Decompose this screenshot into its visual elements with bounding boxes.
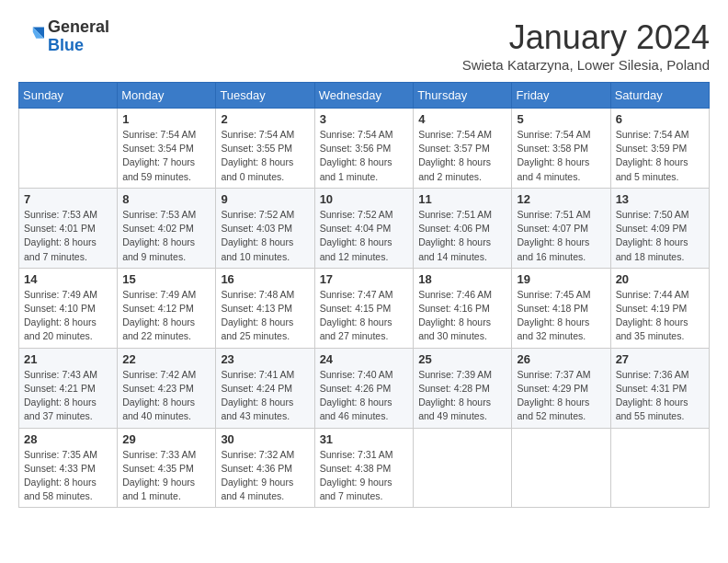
calendar-cell: 24Sunrise: 7:40 AM Sunset: 4:26 PM Dayli… — [314, 348, 414, 428]
day-number: 26 — [517, 352, 605, 366]
day-number: 7 — [24, 192, 112, 206]
location: Swieta Katarzyna, Lower Silesia, Poland — [462, 57, 710, 73]
calendar-cell: 20Sunrise: 7:44 AM Sunset: 4:19 PM Dayli… — [610, 268, 709, 348]
week-row-4: 21Sunrise: 7:43 AM Sunset: 4:21 PM Dayli… — [19, 348, 710, 428]
day-info: Sunrise: 7:39 AM Sunset: 4:28 PM Dayligh… — [418, 368, 506, 424]
calendar-cell: 2Sunrise: 7:54 AM Sunset: 3:55 PM Daylig… — [216, 109, 314, 189]
page-header: General Blue January 2024 Swieta Katarzy… — [18, 18, 710, 73]
day-info: Sunrise: 7:48 AM Sunset: 4:13 PM Dayligh… — [221, 288, 309, 344]
day-info: Sunrise: 7:47 AM Sunset: 4:15 PM Dayligh… — [320, 288, 409, 344]
weekday-header-wednesday: Wednesday — [314, 83, 414, 109]
calendar-cell: 6Sunrise: 7:54 AM Sunset: 3:59 PM Daylig… — [610, 109, 709, 189]
day-number: 28 — [24, 432, 112, 446]
day-number: 9 — [221, 192, 309, 206]
day-number: 10 — [320, 192, 409, 206]
weekday-header-tuesday: Tuesday — [216, 83, 314, 109]
calendar-cell: 10Sunrise: 7:52 AM Sunset: 4:04 PM Dayli… — [314, 188, 414, 268]
day-info: Sunrise: 7:54 AM Sunset: 3:56 PM Dayligh… — [320, 128, 409, 184]
day-number: 4 — [418, 112, 506, 126]
calendar-cell — [610, 428, 709, 508]
day-number: 2 — [221, 112, 309, 126]
calendar-cell: 21Sunrise: 7:43 AM Sunset: 4:21 PM Dayli… — [19, 348, 118, 428]
day-number: 13 — [616, 192, 704, 206]
day-number: 24 — [320, 352, 409, 366]
logo-icon — [18, 24, 44, 50]
day-number: 5 — [517, 112, 605, 126]
day-number: 1 — [122, 112, 210, 126]
day-info: Sunrise: 7:51 AM Sunset: 4:06 PM Dayligh… — [418, 208, 506, 264]
calendar-cell: 13Sunrise: 7:50 AM Sunset: 4:09 PM Dayli… — [610, 188, 709, 268]
day-number: 3 — [320, 112, 409, 126]
day-info: Sunrise: 7:54 AM Sunset: 3:55 PM Dayligh… — [221, 128, 309, 184]
day-info: Sunrise: 7:53 AM Sunset: 4:02 PM Dayligh… — [122, 208, 210, 264]
calendar-cell: 30Sunrise: 7:32 AM Sunset: 4:36 PM Dayli… — [216, 428, 314, 508]
calendar-cell: 1Sunrise: 7:54 AM Sunset: 3:54 PM Daylig… — [118, 109, 216, 189]
day-info: Sunrise: 7:52 AM Sunset: 4:03 PM Dayligh… — [221, 208, 309, 264]
calendar-cell: 17Sunrise: 7:47 AM Sunset: 4:15 PM Dayli… — [314, 268, 414, 348]
day-number: 12 — [517, 192, 605, 206]
day-number: 6 — [616, 112, 704, 126]
day-info: Sunrise: 7:40 AM Sunset: 4:26 PM Dayligh… — [320, 368, 409, 424]
day-number: 31 — [320, 432, 409, 446]
calendar-cell: 16Sunrise: 7:48 AM Sunset: 4:13 PM Dayli… — [216, 268, 314, 348]
weekday-header-row: SundayMondayTuesdayWednesdayThursdayFrid… — [19, 83, 710, 109]
day-info: Sunrise: 7:45 AM Sunset: 4:18 PM Dayligh… — [517, 288, 605, 344]
day-info: Sunrise: 7:41 AM Sunset: 4:24 PM Dayligh… — [221, 368, 309, 424]
day-number: 15 — [122, 272, 210, 286]
calendar-cell: 4Sunrise: 7:54 AM Sunset: 3:57 PM Daylig… — [414, 109, 512, 189]
day-info: Sunrise: 7:31 AM Sunset: 4:38 PM Dayligh… — [320, 448, 409, 504]
day-info: Sunrise: 7:49 AM Sunset: 4:12 PM Dayligh… — [122, 288, 210, 344]
weekday-header-monday: Monday — [118, 83, 216, 109]
day-number: 19 — [517, 272, 605, 286]
day-info: Sunrise: 7:53 AM Sunset: 4:01 PM Dayligh… — [24, 208, 112, 264]
day-info: Sunrise: 7:33 AM Sunset: 4:35 PM Dayligh… — [122, 448, 210, 504]
calendar-cell: 18Sunrise: 7:46 AM Sunset: 4:16 PM Dayli… — [414, 268, 512, 348]
weekday-header-sunday: Sunday — [19, 83, 118, 109]
day-number: 23 — [221, 352, 309, 366]
day-info: Sunrise: 7:36 AM Sunset: 4:31 PM Dayligh… — [616, 368, 704, 424]
day-number: 16 — [221, 272, 309, 286]
weekday-header-saturday: Saturday — [610, 83, 709, 109]
day-info: Sunrise: 7:44 AM Sunset: 4:19 PM Dayligh… — [616, 288, 704, 344]
calendar-cell: 5Sunrise: 7:54 AM Sunset: 3:58 PM Daylig… — [512, 109, 610, 189]
day-number: 29 — [122, 432, 210, 446]
calendar-cell: 22Sunrise: 7:42 AM Sunset: 4:23 PM Dayli… — [118, 348, 216, 428]
calendar-cell: 25Sunrise: 7:39 AM Sunset: 4:28 PM Dayli… — [414, 348, 512, 428]
weekday-header-friday: Friday — [512, 83, 610, 109]
week-row-3: 14Sunrise: 7:49 AM Sunset: 4:10 PM Dayli… — [19, 268, 710, 348]
day-number: 22 — [122, 352, 210, 366]
calendar-cell: 3Sunrise: 7:54 AM Sunset: 3:56 PM Daylig… — [314, 109, 414, 189]
day-info: Sunrise: 7:54 AM Sunset: 3:59 PM Dayligh… — [616, 128, 704, 184]
day-number: 21 — [24, 352, 112, 366]
logo-general: General — [48, 18, 109, 37]
logo: General Blue — [18, 18, 109, 55]
calendar-cell — [512, 428, 610, 508]
day-number: 30 — [221, 432, 309, 446]
day-number: 18 — [418, 272, 506, 286]
week-row-1: 1Sunrise: 7:54 AM Sunset: 3:54 PM Daylig… — [19, 109, 710, 189]
calendar-cell: 11Sunrise: 7:51 AM Sunset: 4:06 PM Dayli… — [414, 188, 512, 268]
day-info: Sunrise: 7:32 AM Sunset: 4:36 PM Dayligh… — [221, 448, 309, 504]
day-info: Sunrise: 7:50 AM Sunset: 4:09 PM Dayligh… — [616, 208, 704, 264]
day-info: Sunrise: 7:37 AM Sunset: 4:29 PM Dayligh… — [517, 368, 605, 424]
calendar-cell: 14Sunrise: 7:49 AM Sunset: 4:10 PM Dayli… — [19, 268, 118, 348]
calendar-cell: 29Sunrise: 7:33 AM Sunset: 4:35 PM Dayli… — [118, 428, 216, 508]
day-info: Sunrise: 7:43 AM Sunset: 4:21 PM Dayligh… — [24, 368, 112, 424]
weekday-header-thursday: Thursday — [414, 83, 512, 109]
day-number: 20 — [616, 272, 704, 286]
calendar: SundayMondayTuesdayWednesdayThursdayFrid… — [18, 82, 710, 508]
week-row-2: 7Sunrise: 7:53 AM Sunset: 4:01 PM Daylig… — [19, 188, 710, 268]
day-number: 11 — [418, 192, 506, 206]
day-number: 17 — [320, 272, 409, 286]
day-info: Sunrise: 7:51 AM Sunset: 4:07 PM Dayligh… — [517, 208, 605, 264]
calendar-cell: 9Sunrise: 7:52 AM Sunset: 4:03 PM Daylig… — [216, 188, 314, 268]
week-row-5: 28Sunrise: 7:35 AM Sunset: 4:33 PM Dayli… — [19, 428, 710, 508]
month-title: January 2024 — [462, 18, 710, 57]
day-number: 8 — [122, 192, 210, 206]
calendar-cell — [19, 109, 118, 189]
day-info: Sunrise: 7:46 AM Sunset: 4:16 PM Dayligh… — [418, 288, 506, 344]
day-info: Sunrise: 7:35 AM Sunset: 4:33 PM Dayligh… — [24, 448, 112, 504]
calendar-cell: 12Sunrise: 7:51 AM Sunset: 4:07 PM Dayli… — [512, 188, 610, 268]
calendar-cell: 27Sunrise: 7:36 AM Sunset: 4:31 PM Dayli… — [610, 348, 709, 428]
calendar-cell: 26Sunrise: 7:37 AM Sunset: 4:29 PM Dayli… — [512, 348, 610, 428]
